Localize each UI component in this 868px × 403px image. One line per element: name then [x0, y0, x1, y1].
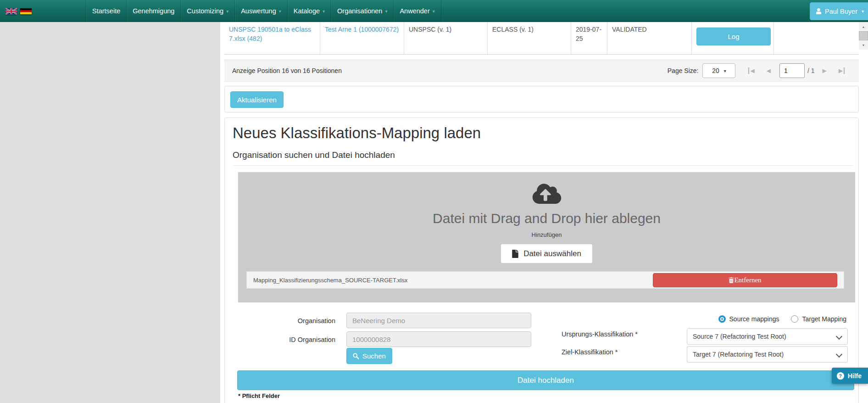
nav-item-auswertung[interactable]: Auswertung ▾: [234, 0, 287, 22]
source-classification-value: Source 7 (Refactoring Test Root): [693, 333, 786, 340]
mapping-file-link[interactable]: UNSPSC 190501a to eClass 7.xlsx (482): [229, 26, 311, 42]
user-icon: [816, 8, 822, 14]
chevron-down-icon: [836, 333, 842, 340]
cell-target-schema: ECLASS (v. 1): [487, 22, 571, 54]
cell-source-schema: UNSPSC (v. 1): [404, 22, 487, 54]
refresh-button[interactable]: Aktualisieren: [230, 91, 284, 108]
source-classification-label: Ursprungs-Klassifikation *: [562, 330, 638, 338]
target-classification-label: Ziel-Klassifikation *: [562, 348, 618, 356]
source-classification-select[interactable]: Source 7 (Refactoring Test Root): [687, 328, 848, 345]
upload-mapping-panel: Neues Klassifikations-Mapping laden Orga…: [224, 118, 859, 403]
language-switcher: [6, 8, 32, 15]
page-number-input[interactable]: [779, 63, 805, 78]
nav-item-startseite[interactable]: Startseite: [86, 0, 126, 22]
organisation-id-field[interactable]: [346, 331, 531, 347]
nav-item-genehmigung[interactable]: Genehmigung: [126, 0, 180, 22]
chevron-down-icon: ▾: [862, 9, 864, 14]
page-size-value: 20: [712, 67, 719, 74]
nav-item-anwender[interactable]: Anwender ▾: [393, 0, 441, 22]
radio-option-target-mapping[interactable]: Target Mapping: [791, 315, 846, 323]
dropzone-hint: Hinzufügen: [532, 231, 562, 238]
cloud-upload-icon: [532, 182, 562, 205]
help-button[interactable]: ? Hilfe: [832, 368, 868, 384]
organisation-field[interactable]: [346, 313, 531, 328]
nav-item-label: Customizing: [187, 7, 223, 15]
chevron-down-icon: ▾: [385, 9, 387, 14]
page-total: / 1: [807, 67, 815, 74]
uploaded-file-row: Mapping_Klassifizierungsschema_SOURCE-TA…: [246, 271, 844, 289]
pagination-bar: Anzeige Position 16 von 16 Positionen Pa…: [224, 60, 859, 82]
german-flag-icon[interactable]: [20, 8, 32, 15]
position-summary: Anzeige Position 16 von 16 Positionen: [232, 67, 342, 74]
target-classification-select[interactable]: Target 7 (Refactoring Test Root): [687, 346, 848, 363]
radio-unselected-icon[interactable]: [791, 315, 798, 323]
file-dropzone[interactable]: Datei mit Drag and Drop hier ablegen Hin…: [238, 172, 855, 302]
scroll-down-icon[interactable]: ▼: [859, 40, 868, 50]
nav-item-customizing[interactable]: Customizing ▾: [180, 0, 234, 22]
user-menu-button[interactable]: Paul Buyer ▾: [810, 2, 868, 20]
log-button[interactable]: Log: [696, 28, 771, 45]
dropzone-headline: Datei mit Drag and Drop hier ablegen: [433, 211, 661, 226]
scroll-up-icon[interactable]: ▲: [859, 22, 868, 31]
chevron-down-icon: [836, 351, 842, 358]
previous-page-icon[interactable]: ◀: [767, 67, 771, 74]
refresh-panel: Aktualisieren: [224, 86, 859, 112]
chevron-down-icon: ▾: [323, 9, 325, 14]
upload-file-button[interactable]: Datei hochladen: [237, 370, 854, 390]
uploaded-file-name: Mapping_Klassifizierungsschema_SOURCE-TA…: [253, 277, 407, 284]
search-icon: [353, 353, 359, 359]
choose-file-button[interactable]: Datei auswählen: [501, 244, 592, 263]
organisation-id-label: ID Organisation: [253, 336, 335, 343]
first-page-icon[interactable]: ◀: [748, 67, 754, 74]
radio-option-source-mappings[interactable]: Source mappings: [718, 315, 779, 323]
cell-empty: [773, 22, 859, 54]
page-size-label: Page Size:: [668, 67, 699, 74]
chevron-down-icon: ▾: [724, 68, 726, 73]
uk-flag-icon[interactable]: [6, 8, 17, 15]
nav-item-organisationen[interactable]: Organisationen ▾: [331, 0, 393, 22]
next-page-icon[interactable]: ▶: [823, 67, 827, 74]
mapping-direction-radio-group: Source mappings Target Mapping: [718, 315, 846, 323]
page-subtitle: Organisation suchen und Datei hochladen: [233, 150, 395, 160]
divider: [233, 165, 854, 166]
organisation-link[interactable]: Test Arne 1 (1000007672): [325, 26, 399, 33]
table-scrollbar[interactable]: ▲ ▼: [859, 22, 868, 50]
last-page-icon[interactable]: ▶: [839, 67, 845, 74]
chevron-down-icon: ▾: [226, 9, 228, 14]
nav-item-label: Startseite: [92, 7, 120, 15]
user-name: Paul Buyer: [825, 8, 857, 15]
required-fields-note: * Pflicht Felder: [238, 392, 280, 399]
help-button-label: Hilfe: [848, 372, 862, 380]
page-title: Neues Klassifikations-Mapping laden: [233, 124, 481, 142]
target-classification-value: Target 7 (Refactoring Test Root): [693, 351, 784, 358]
scrollbar-thumb[interactable]: [859, 31, 868, 40]
remove-file-label: Entfernen: [734, 276, 761, 284]
top-navigation-bar: Startseite Genehmigung Customizing ▾ Aus…: [0, 0, 868, 22]
radio-label: Target Mapping: [802, 315, 846, 323]
nav-item-kataloge[interactable]: Kataloge ▾: [287, 0, 331, 22]
cell-organisation: Test Arne 1 (1000007672): [320, 22, 404, 54]
page-size-select[interactable]: 20 ▾: [702, 63, 735, 78]
file-icon: [512, 250, 518, 258]
chevron-down-icon: ▾: [279, 9, 281, 14]
left-sidebar: [0, 22, 220, 403]
nav-item-label: Organisationen: [337, 7, 382, 15]
search-button[interactable]: Suchen: [346, 348, 392, 364]
cell-date: 2019-07-25: [571, 22, 607, 54]
radio-selected-icon[interactable]: [718, 315, 726, 323]
cell-mapping-file: UNSPSC 190501a to eClass 7.xlsx (482): [224, 22, 320, 54]
search-button-label: Suchen: [362, 352, 386, 360]
nav-item-label: Kataloge: [294, 7, 320, 15]
nav-item-label: Genehmigung: [133, 7, 174, 15]
chevron-down-icon: ▾: [433, 9, 435, 14]
choose-file-label: Datei auswählen: [523, 249, 581, 258]
remove-file-button[interactable]: Entfernen: [653, 273, 837, 287]
trash-icon: [729, 277, 734, 283]
organisation-label: Organisation: [253, 317, 335, 325]
radio-label: Source mappings: [729, 315, 779, 323]
nav-item-label: Anwender: [400, 7, 429, 15]
mapping-table-row: UNSPSC 190501a to eClass 7.xlsx (482) Te…: [224, 22, 859, 55]
question-mark-icon: ?: [837, 372, 844, 380]
cell-status: VALIDATED: [607, 22, 691, 54]
nav-item-label: Auswertung: [241, 7, 276, 15]
